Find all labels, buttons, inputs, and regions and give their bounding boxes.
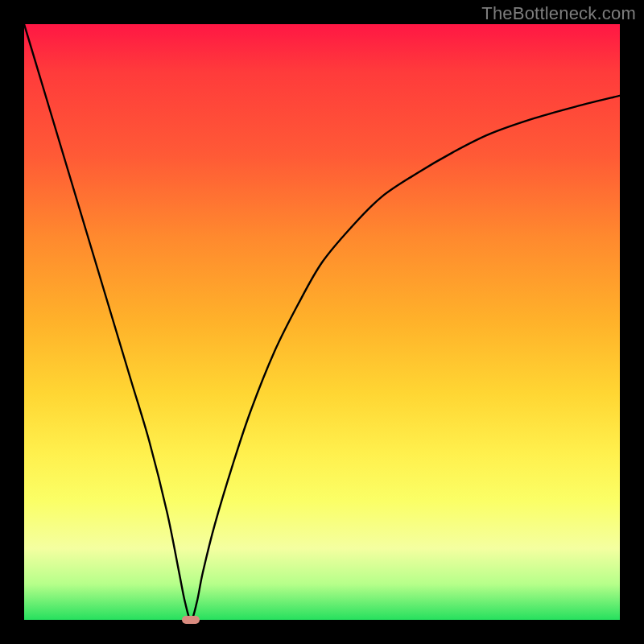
chart-frame: TheBottleneck.com <box>0 0 644 644</box>
watermark-text: TheBottleneck.com <box>481 3 636 24</box>
bottleneck-curve <box>24 24 620 620</box>
plot-area <box>24 24 620 620</box>
minimum-marker <box>182 616 200 624</box>
